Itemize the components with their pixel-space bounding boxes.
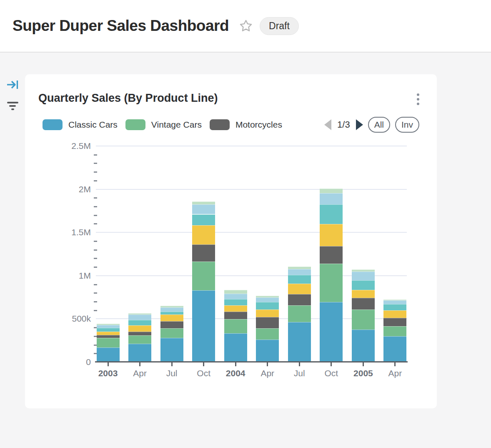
bar-segment[interactable] xyxy=(352,298,375,310)
bar-segment[interactable] xyxy=(224,312,247,319)
select-all-button[interactable]: All xyxy=(368,117,390,132)
bar-segment[interactable] xyxy=(224,294,247,299)
bar-segment[interactable] xyxy=(383,304,406,310)
legend-item[interactable]: Motorcycles xyxy=(210,119,282,130)
bar-segment[interactable] xyxy=(320,204,343,224)
bar-segment[interactable] xyxy=(192,262,215,290)
app-header: Super Duper Sales Dashboard Draft xyxy=(0,0,491,53)
x-axis-tick xyxy=(299,362,300,366)
x-axis-line xyxy=(95,361,408,362)
bar-segment[interactable] xyxy=(128,344,151,362)
bar-apr-5[interactable] xyxy=(256,146,279,362)
legend-next-button[interactable] xyxy=(356,119,363,130)
bar-segment[interactable] xyxy=(256,310,279,317)
plot-area: 0500k1M1.5M2M2.5M2003AprJulOct2004AprJul… xyxy=(96,146,407,362)
favorite-button[interactable] xyxy=(239,19,253,33)
bar-segment[interactable] xyxy=(128,325,151,332)
bar-segment[interactable] xyxy=(288,294,311,305)
bar-segment[interactable] xyxy=(224,319,247,333)
bar-segment[interactable] xyxy=(224,299,247,305)
bar-segment[interactable] xyxy=(383,326,406,336)
legend-swatch xyxy=(210,119,230,130)
bar-segment[interactable] xyxy=(192,201,215,204)
bar-segment[interactable] xyxy=(383,300,406,304)
bar-segment[interactable] xyxy=(383,336,406,362)
bar-segment[interactable] xyxy=(288,267,311,269)
legend-item[interactable]: Classic Cars xyxy=(43,119,118,130)
bar-segment[interactable] xyxy=(288,269,311,274)
bar-apr-1[interactable] xyxy=(128,146,151,362)
collapse-panel-button[interactable] xyxy=(5,78,20,91)
bar-segment[interactable] xyxy=(97,347,120,362)
legend-prev-button[interactable] xyxy=(324,119,331,130)
bar-segment[interactable] xyxy=(352,290,375,297)
bar-segment[interactable] xyxy=(320,224,343,246)
bar-segment[interactable] xyxy=(383,300,406,300)
bar-segment[interactable] xyxy=(224,333,247,362)
bar-segment[interactable] xyxy=(383,310,406,318)
bar-segment[interactable] xyxy=(224,290,247,293)
bar-segment[interactable] xyxy=(160,315,183,322)
bar-jul-2[interactable] xyxy=(160,146,183,362)
bar-segment[interactable] xyxy=(97,332,120,335)
bar-segment[interactable] xyxy=(256,317,279,328)
bar-segment[interactable] xyxy=(256,302,279,310)
chart-title: Quarterly Sales (By Product Line) xyxy=(38,92,218,105)
bar-oct-3[interactable] xyxy=(192,146,215,362)
bar-segment[interactable] xyxy=(97,338,120,347)
bar-segment[interactable] xyxy=(160,306,183,307)
bar-2003-0[interactable] xyxy=(97,146,120,362)
bar-segment[interactable] xyxy=(224,305,247,312)
bar-segment[interactable] xyxy=(256,296,279,297)
bar-segment[interactable] xyxy=(192,290,215,362)
bar-segment[interactable] xyxy=(320,302,343,362)
bar-segment[interactable] xyxy=(383,318,406,326)
bar-segment[interactable] xyxy=(128,315,151,320)
bar-2005-8[interactable] xyxy=(352,146,375,362)
bar-jul-6[interactable] xyxy=(288,146,311,362)
bar-segment[interactable] xyxy=(97,324,120,325)
bar-segment[interactable] xyxy=(352,272,375,280)
x-axis-tick xyxy=(394,362,396,366)
card-menu-button[interactable] xyxy=(415,92,421,107)
bar-segment[interactable] xyxy=(256,297,279,302)
bar-segment[interactable] xyxy=(160,338,183,362)
bar-segment[interactable] xyxy=(256,340,279,362)
bar-segment[interactable] xyxy=(256,328,279,340)
bar-segment[interactable] xyxy=(97,335,120,338)
bar-segment[interactable] xyxy=(320,193,343,205)
bar-segment[interactable] xyxy=(288,322,311,362)
bar-segment[interactable] xyxy=(160,328,183,338)
bar-2004-4[interactable] xyxy=(224,146,247,362)
bar-segment[interactable] xyxy=(97,325,120,328)
bar-segment[interactable] xyxy=(160,321,183,328)
bar-segment[interactable] xyxy=(192,214,215,226)
bar-segment[interactable] xyxy=(352,330,375,362)
bar-apr-9[interactable] xyxy=(383,146,406,362)
bar-segment[interactable] xyxy=(128,320,151,325)
bar-segment[interactable] xyxy=(320,246,343,264)
bar-segment[interactable] xyxy=(320,189,343,193)
bar-segment[interactable] xyxy=(192,204,215,214)
bar-segment[interactable] xyxy=(160,312,183,315)
x-axis-tick xyxy=(267,362,268,366)
bar-segment[interactable] xyxy=(192,244,215,262)
bar-segment[interactable] xyxy=(128,335,151,344)
bar-segment[interactable] xyxy=(352,280,375,290)
bar-segment[interactable] xyxy=(160,307,183,312)
bar-segment[interactable] xyxy=(288,284,311,294)
invert-selection-button[interactable]: Inv xyxy=(395,117,419,132)
bar-segment[interactable] xyxy=(352,310,375,330)
bar-segment[interactable] xyxy=(352,269,375,272)
bar-oct-7[interactable] xyxy=(320,146,343,362)
bar-segment[interactable] xyxy=(320,264,343,302)
legend-item[interactable]: Vintage Cars xyxy=(125,119,202,130)
bar-segment[interactable] xyxy=(128,332,151,335)
bar-segment[interactable] xyxy=(128,313,151,315)
filter-button[interactable] xyxy=(5,100,20,110)
bar-segment[interactable] xyxy=(192,225,215,244)
bar-segment[interactable] xyxy=(288,275,311,284)
bar-segment[interactable] xyxy=(97,328,120,332)
bar-segment[interactable] xyxy=(288,305,311,322)
kebab-icon xyxy=(417,93,419,105)
